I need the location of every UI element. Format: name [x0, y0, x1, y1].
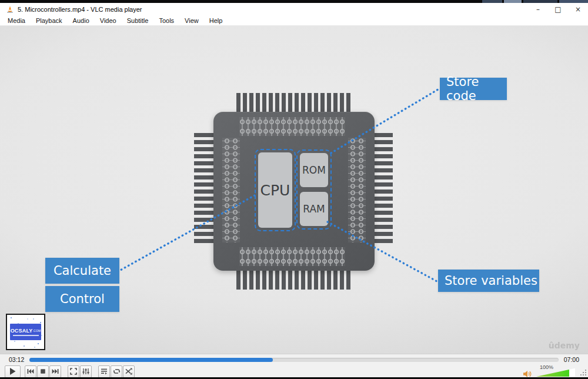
menu-audio[interactable]: Audio [68, 16, 95, 26]
window-title: 5. Microcontrollers.mp4 - VLC media play… [18, 6, 142, 13]
ram-block: RAM [300, 192, 328, 226]
previous-icon [27, 368, 34, 374]
menu-help[interactable]: Help [204, 16, 228, 26]
ocsaly-logo: OCSALY.COM [10, 324, 41, 340]
shuffle-button[interactable] [123, 365, 135, 378]
window-controls: – □ × [528, 3, 588, 16]
equalizer-icon [82, 368, 89, 375]
course-logo-thumbnail: OCSALY.COM [6, 314, 45, 350]
chip-pins-bottom [236, 270, 350, 290]
minimize-button[interactable]: – [528, 3, 548, 16]
player-controls-panel: 03:12 07:00 [0, 354, 588, 377]
loop-button[interactable] [111, 365, 122, 378]
seek-bar-progress [29, 358, 273, 362]
chip-pins-right [373, 133, 393, 246]
ocsaly-logo-tagline [13, 335, 39, 336]
menu-tools[interactable]: Tools [153, 16, 179, 26]
chip-bond-pads-top [239, 117, 345, 136]
vlc-cone-icon [6, 5, 14, 14]
callout-calculate: Calculate [45, 258, 119, 284]
maximize-button[interactable]: □ [548, 3, 568, 16]
chip-bond-pads-bottom [239, 247, 345, 266]
cpu-block-outline: CPU [255, 149, 296, 231]
seek-bar[interactable] [29, 358, 558, 362]
callout-control: Control [45, 286, 119, 312]
cpu-block: CPU [258, 152, 292, 228]
chip-pins-left [194, 133, 214, 246]
callout-store-variables: Store variables [438, 270, 539, 292]
time-total: 07:00 [564, 356, 579, 363]
seek-row: 03:12 07:00 [0, 355, 588, 364]
video-surface[interactable]: CPU ROM RAM Store code Store variables C… [0, 26, 588, 354]
playlist-group [98, 365, 135, 378]
previous-button[interactable] [25, 365, 36, 378]
play-icon [9, 367, 16, 375]
titlebar[interactable]: 5. Microcontrollers.mp4 - VLC media play… [0, 3, 588, 16]
playlist-button[interactable] [98, 365, 110, 378]
chip-bond-pads-left [222, 138, 240, 242]
menubar: Media Playback Audio Video Subtitle Tool… [0, 16, 588, 26]
fullscreen-button[interactable] [68, 365, 79, 378]
menu-media[interactable]: Media [2, 16, 31, 26]
menu-subtitle[interactable]: Subtitle [122, 16, 154, 26]
stop-button[interactable] [37, 365, 49, 378]
menu-view[interactable]: View [179, 16, 204, 26]
udemy-watermark: ûdemy [549, 341, 580, 350]
close-button[interactable]: × [568, 3, 588, 16]
extended-settings-button[interactable] [80, 365, 92, 378]
chip-pins-top [236, 93, 350, 113]
vlc-window: 5. Microcontrollers.mp4 - VLC media play… [0, 0, 588, 379]
ocsaly-logo-suffix: .COM [33, 329, 41, 333]
resize-grip[interactable] [580, 370, 586, 375]
menu-playback[interactable]: Playback [31, 16, 68, 26]
playlist-icon [101, 368, 108, 375]
ocsaly-logo-text: OCSALY [11, 328, 33, 334]
memory-blocks-outline: ROM RAM [296, 149, 332, 230]
fullscreen-icon [70, 368, 77, 375]
transport-group [25, 365, 61, 378]
next-button[interactable] [49, 365, 61, 378]
rom-block: ROM [300, 153, 328, 187]
volume-percent-label: 100% [540, 364, 553, 370]
callout-store-code: Store code [440, 78, 507, 100]
time-elapsed: 03:12 [9, 356, 24, 363]
next-icon [52, 368, 59, 374]
play-button[interactable] [5, 365, 21, 378]
loop-icon [113, 368, 121, 375]
view-group [68, 365, 92, 378]
shuffle-icon [125, 368, 132, 375]
menu-video[interactable]: Video [95, 16, 122, 26]
stop-icon [40, 368, 46, 374]
chip-bond-pads-right [348, 138, 366, 242]
buttons-row: 100% [5, 365, 583, 378]
volume-cluster: 100% [523, 365, 583, 378]
